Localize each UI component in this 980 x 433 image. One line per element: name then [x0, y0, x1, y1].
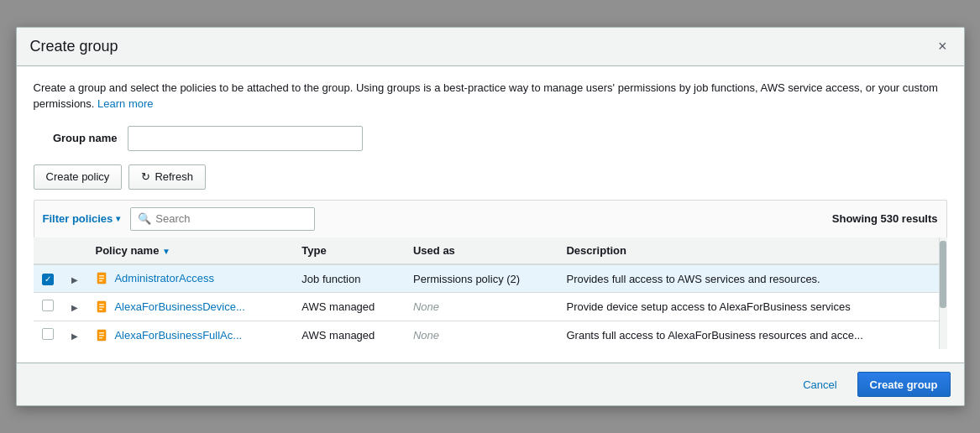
description-text: Create a group and select the policies t… [34, 80, 947, 112]
svg-rect-11 [99, 337, 102, 339]
svg-rect-2 [99, 278, 104, 279]
learn-more-link[interactable]: Learn more [97, 97, 153, 110]
row-policy-name: AlexaForBusinessDevice... [87, 293, 294, 321]
col-description: Description [558, 237, 946, 264]
expand-button[interactable]: ▶ [71, 331, 78, 341]
row-type: AWS managed [293, 293, 405, 321]
used-as-none: None [413, 300, 439, 313]
create-group-modal: Create group × Create a group and select… [16, 27, 965, 407]
modal-body: Create a group and select the policies t… [17, 66, 964, 363]
table-wrapper: Policy name ▼ Type Used as Description [34, 237, 947, 350]
chevron-down-icon: ▾ [116, 214, 120, 223]
table-header-row: Policy name ▼ Type Used as Description [34, 237, 947, 264]
checkbox-checked[interactable]: ✓ [42, 274, 54, 285]
sort-icon[interactable]: ▼ [162, 247, 170, 256]
row-expand-cell: ▶ [62, 321, 87, 350]
svg-rect-6 [99, 306, 104, 308]
group-name-row: Group name [34, 126, 947, 151]
policies-table: Policy name ▼ Type Used as Description [34, 237, 947, 350]
policy-icon [96, 300, 109, 314]
row-used-as: None [405, 321, 558, 350]
svg-rect-9 [99, 332, 104, 334]
group-name-input[interactable] [128, 126, 363, 151]
create-policy-label: Create policy [46, 170, 110, 183]
create-group-button[interactable]: Create group [857, 372, 951, 397]
row-policy-name: AlexaForBusinessFullAc... [87, 321, 294, 350]
col-type: Type [293, 237, 405, 264]
expand-button[interactable]: ▶ [71, 303, 78, 312]
row-description: Grants full access to AlexaForBusiness r… [558, 321, 946, 350]
svg-rect-10 [99, 335, 104, 336]
table-row: ▶ AlexaForBusinessFullAc... AWS managedN… [34, 321, 947, 350]
filter-left: Filter policies ▾ 🔍 [43, 207, 316, 231]
scrollbar-track[interactable] [939, 237, 947, 350]
refresh-button[interactable]: ↻ Refresh [128, 164, 206, 190]
policy-name-link[interactable]: AdministratorAccess [114, 272, 213, 284]
row-expand-cell: ▶ [62, 264, 87, 293]
table-row: ▶ AlexaForBusinessDevice... AWS managedN… [34, 293, 947, 321]
toolbar-row: Create policy ↻ Refresh [34, 164, 947, 190]
row-used-as: Permissions policy (2) [405, 264, 558, 293]
row-checkbox-cell [34, 293, 62, 321]
col-used-as: Used as [405, 237, 558, 264]
policy-name-link[interactable]: AlexaForBusinessDevice... [114, 300, 244, 313]
row-expand-cell: ▶ [62, 293, 87, 321]
group-name-label: Group name [34, 132, 118, 144]
svg-rect-5 [99, 304, 104, 305]
policy-icon [96, 329, 109, 342]
row-used-as: None [405, 293, 558, 321]
row-description: Provides full access to AWS services and… [558, 264, 946, 293]
row-policy-name: AdministratorAccess [87, 264, 294, 293]
row-type: Job function [293, 264, 405, 293]
search-box: 🔍 [130, 207, 315, 231]
used-as-none: None [413, 329, 439, 342]
search-icon: 🔍 [138, 212, 151, 225]
search-input[interactable] [155, 212, 307, 225]
col-expand [62, 237, 87, 264]
policy-icon [96, 272, 109, 285]
svg-rect-1 [99, 275, 104, 277]
svg-rect-3 [99, 280, 102, 282]
svg-rect-7 [99, 309, 102, 310]
col-checkbox [34, 237, 62, 264]
refresh-label: Refresh [155, 170, 193, 183]
filter-policies-label: Filter policies [43, 212, 113, 225]
cancel-button[interactable]: Cancel [791, 372, 848, 397]
col-policy-name: Policy name ▼ [87, 237, 294, 264]
scrollbar-thumb[interactable] [940, 241, 946, 308]
close-button[interactable]: × [935, 39, 951, 54]
row-description: Provide device setup access to AlexaForB… [558, 293, 946, 321]
row-type: AWS managed [293, 321, 405, 350]
expand-button[interactable]: ▶ [71, 275, 78, 284]
checkbox-unchecked[interactable] [42, 300, 54, 311]
table-row: ✓▶ AdministratorAccess Job functionPermi… [34, 264, 947, 293]
modal-footer: Cancel Create group [17, 363, 964, 405]
row-checkbox-cell: ✓ [34, 264, 62, 293]
refresh-icon: ↻ [141, 170, 150, 183]
row-checkbox-cell [34, 321, 62, 350]
checkbox-unchecked[interactable] [42, 328, 54, 340]
filter-policies-button[interactable]: Filter policies ▾ [43, 212, 121, 225]
modal-header: Create group × [17, 28, 964, 66]
modal-title: Create group [30, 38, 118, 55]
filter-area: Filter policies ▾ 🔍 Showing 530 results [34, 200, 947, 237]
create-policy-button[interactable]: Create policy [34, 164, 123, 190]
results-count: Showing 530 results [832, 212, 938, 225]
modal-overlay: Create group × Create a group and select… [0, 0, 980, 433]
policy-name-link[interactable]: AlexaForBusinessFullAc... [114, 329, 242, 342]
